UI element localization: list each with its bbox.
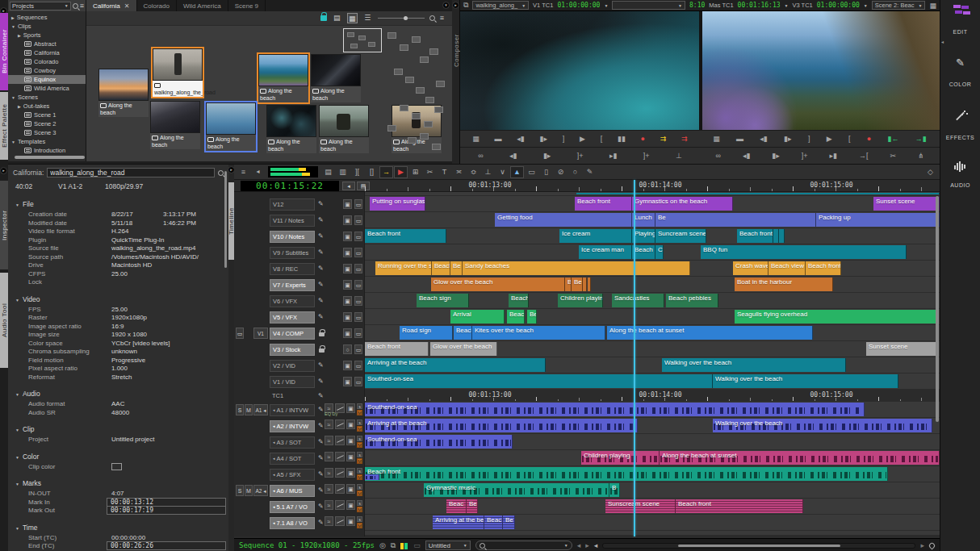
timeline-clip-beach[interactable]: Beach xyxy=(632,245,655,259)
transport-button[interactable]: ▸▮ xyxy=(609,152,617,160)
timeline-clip-arrival[interactable]: Arrival xyxy=(450,310,505,324)
waveform-icon[interactable]: ≈ xyxy=(325,516,333,526)
timeline-clip-bbq-fun[interactable]: BBQ fun xyxy=(701,245,907,259)
chevron-right-icon[interactable]: ▶ xyxy=(18,104,21,109)
transport-button[interactable]: ▬ xyxy=(495,136,502,143)
track-button-v11-notes[interactable]: V11 / Notes xyxy=(270,215,315,227)
timeline-clip-arriving-at-the-beach[interactable]: Arriving at the beach xyxy=(365,419,638,432)
timeline-clip-beach[interactable]: Beach xyxy=(432,261,450,275)
bin-menu-button[interactable]: ▾ xyxy=(442,2,450,9)
tree-item-clips[interactable]: ▼Clips xyxy=(8,22,86,31)
timeline-clip-sunset-scene[interactable]: Sunset scene xyxy=(873,197,940,211)
record-monitor-icon[interactable]: ▣ xyxy=(343,248,352,257)
timeline-clip-southend-on-sea[interactable]: Southend-on-sea xyxy=(365,403,865,416)
tree-item-scene-2[interactable]: Scene 2 xyxy=(8,119,86,128)
track-button-v9-subtitles[interactable]: V9 / Subtitles xyxy=(270,247,315,259)
source-monitor-icon[interactable]: ▭ xyxy=(354,248,362,257)
section-header-video[interactable]: ▼Video xyxy=(15,295,40,303)
toolbar-button[interactable]: T xyxy=(438,169,451,176)
patch-button-v1[interactable]: V1 xyxy=(253,328,268,339)
tab-timeline[interactable]: Timeline xyxy=(228,182,234,260)
solo-button[interactable]: S xyxy=(236,404,244,415)
bin-tab-scene-9[interactable]: Scene 9 xyxy=(228,0,266,11)
location-pin-icon[interactable] xyxy=(928,541,936,549)
timeline-clip-be[interactable]: Be xyxy=(572,278,583,291)
timeline-clip-gymnastics-on-the-beach[interactable]: Gymnastics on the beach xyxy=(632,197,733,211)
clip-color-swatch[interactable] xyxy=(111,463,122,470)
inspector-input[interactable]: 00:00:26:26 xyxy=(107,541,226,550)
camera-icon[interactable]: ▣ xyxy=(346,403,355,413)
timeline-clip-beach-front[interactable]: Beach front xyxy=(365,342,429,356)
inspector-scrollbar[interactable] xyxy=(224,171,227,268)
bin-minimap[interactable] xyxy=(343,28,382,52)
dropdown-empty[interactable]: ▼ xyxy=(612,1,685,10)
pencil-icon[interactable]: ✎ xyxy=(318,361,324,369)
timeline-clip-c[interactable]: C xyxy=(655,245,664,259)
timeline-clip-lunch[interactable]: Lunch xyxy=(632,213,655,227)
timeline-clip[interactable] xyxy=(576,193,940,194)
transport-button[interactable]: ∞ xyxy=(715,152,720,160)
chevron-down-icon[interactable]: ▼ xyxy=(15,482,19,486)
thumbnail-view-icon[interactable]: ▦ xyxy=(347,13,358,23)
tab-composer[interactable]: Composer xyxy=(452,23,460,79)
timecode-value[interactable]: 00:01:16:13 xyxy=(738,2,781,9)
section-header-audio[interactable]: ▼Audio xyxy=(15,390,40,398)
timeline-clip-children-playing[interactable]: Children playing xyxy=(558,294,603,307)
tree-item-colorado[interactable]: Colorado xyxy=(8,57,86,66)
timeline-clip-gymnastic-music[interactable]: Gymnastic music xyxy=(424,483,609,497)
transport-button[interactable]: ]+ xyxy=(577,152,584,160)
transport-button[interactable]: →▮ xyxy=(915,136,927,143)
chevron-down-icon[interactable]: ▼ xyxy=(864,3,868,8)
transport-button[interactable]: ]+ xyxy=(802,152,808,160)
timeline-clip-kites-over-the-beach[interactable]: Kites over the beach xyxy=(472,326,605,340)
source-monitor-icon[interactable]: ▭ xyxy=(354,215,362,225)
toolbar-button[interactable]: → xyxy=(379,166,393,178)
transport-button[interactable]: ▮▸ xyxy=(784,136,791,143)
record-monitor-icon[interactable]: ▣ xyxy=(343,377,352,386)
camera-icon[interactable]: ▣ xyxy=(346,516,355,526)
track-button-a6-mus[interactable]: ◂A6 / MUS xyxy=(270,485,315,497)
timeline-clip-walking-over-the-beach[interactable]: Walking over the beach xyxy=(713,419,932,432)
timeline-clip-be[interactable]: Be xyxy=(503,516,515,529)
scrollbar-thumb[interactable] xyxy=(678,545,840,547)
chevron-down-icon[interactable]: ▼ xyxy=(15,202,19,207)
timeline-clip[interactable] xyxy=(779,229,785,243)
tree-item-scene-3[interactable]: Scene 3 xyxy=(8,128,86,137)
toolbar-button[interactable]: ✂ xyxy=(423,169,437,176)
chevron-down-icon[interactable]: ▼ xyxy=(604,3,608,8)
track-button-v8-rec[interactable]: V8 / REC xyxy=(270,263,315,275)
source-monitor[interactable] xyxy=(460,11,699,130)
gang-icon[interactable]: ⧉ xyxy=(463,1,468,10)
solo-mini-button[interactable]: s xyxy=(357,452,362,457)
transport-button[interactable]: ● xyxy=(641,136,645,143)
tree-item-equinox[interactable]: Equinox xyxy=(8,75,86,84)
pencil-icon[interactable]: ✎ xyxy=(318,454,324,461)
source-monitor-icon[interactable]: ▭ xyxy=(354,199,362,209)
dropdown-walking-along[interactable]: walking_along_▼ xyxy=(472,1,529,10)
transport-button[interactable]: ▦ xyxy=(472,136,480,143)
solo-mini-button[interactable]: s xyxy=(357,500,362,506)
track-clips-area[interactable]: Ice cream manBeachCBBQ fun xyxy=(365,244,940,261)
track-button-v6-vfx[interactable]: V6 / VFX xyxy=(270,295,315,307)
timeline-clip-be[interactable]: Be xyxy=(655,213,816,227)
chevron-down-icon[interactable]: ▼ xyxy=(11,95,15,100)
mute-mini-button[interactable]: M xyxy=(357,474,362,480)
mute-mini-button[interactable]: M xyxy=(357,442,362,448)
track-button-v10-notes[interactable]: V10 / Notes xyxy=(270,231,315,243)
transport-button[interactable]: ▮▮ xyxy=(618,136,626,143)
timeline-clip-beach-front[interactable]: Beach front xyxy=(737,229,773,243)
section-header-color[interactable]: ▼Color xyxy=(15,453,39,461)
transport-button[interactable]: ▶ xyxy=(580,136,585,143)
timeline-clip[interactable] xyxy=(773,229,779,243)
solo-button[interactable]: S xyxy=(236,485,244,496)
chevron-right-icon[interactable]: ▶ xyxy=(11,15,15,20)
pencil-icon[interactable]: ✎ xyxy=(318,297,324,304)
section-header-clip[interactable]: ▼Clip xyxy=(15,425,35,433)
timeline-clip-getting-food[interactable]: Getting food xyxy=(495,213,632,227)
track-button-a3-sot[interactable]: ◂A3 / SOT xyxy=(270,436,315,449)
solo-mini-button[interactable]: s xyxy=(357,468,362,474)
pencil-icon[interactable]: ✎ xyxy=(318,470,324,478)
transport-button[interactable]: ▮▸ xyxy=(540,136,547,143)
timeline-clip[interactable] xyxy=(365,474,379,480)
track-button-a4-sot[interactable]: ◂A4 / SOT xyxy=(270,453,315,465)
